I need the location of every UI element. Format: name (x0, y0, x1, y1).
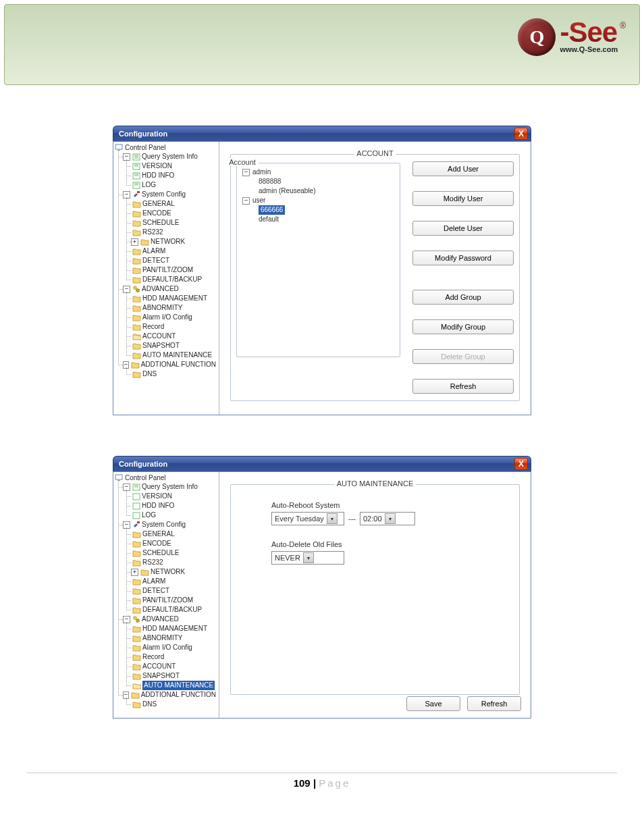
acct-user-888888[interactable]: 888888 (259, 177, 281, 186)
node-ptz[interactable]: PAN/TILT/ZOOM (142, 596, 193, 605)
node-hdd-info[interactable]: HDD INFO (142, 171, 174, 180)
node-general[interactable]: GENERAL (142, 199, 175, 209)
node-general[interactable]: GENERAL (142, 529, 175, 539)
close-icon[interactable]: X (514, 458, 528, 470)
chevron-down-icon: ▾ (303, 552, 314, 563)
folder-icon (132, 229, 141, 236)
label-auto-reboot: Auto-Reboot System (271, 501, 340, 509)
expander-plus-icon[interactable]: + (131, 238, 138, 246)
delete-user-button[interactable]: Delete User (412, 221, 514, 236)
node-alarm-io[interactable]: Alarm I/O Config (142, 313, 192, 322)
node-hdd-management[interactable]: HDD MANAGEMENT (142, 294, 207, 303)
folder-icon (132, 531, 141, 538)
acct-group-admin[interactable]: admin (252, 167, 271, 177)
node-alarm-io[interactable]: Alarm I/O Config (142, 643, 192, 652)
node-rs232[interactable]: RS232 (142, 558, 163, 567)
node-snapshot[interactable]: SNAPSHOT (142, 671, 180, 681)
folder-icon (140, 569, 149, 576)
acct-user-666666[interactable]: 666666 (259, 205, 285, 215)
dropdown-reboot-day[interactable]: Every Tuesday▾ (271, 512, 344, 525)
dropdown-reboot-time[interactable]: 02:00▾ (360, 512, 415, 525)
add-user-button[interactable]: Add User (412, 161, 514, 176)
nav-tree: Control Panel −Query System Info VERSION… (113, 472, 219, 718)
expander-plus-icon[interactable]: + (131, 569, 138, 576)
node-log[interactable]: LOG (142, 180, 156, 190)
node-system-config[interactable]: System Config (142, 190, 186, 199)
folder-icon (132, 295, 141, 303)
expander-minus-icon[interactable]: − (242, 197, 250, 205)
node-auto-maintenance[interactable]: AUTO MAINTENANCE (142, 681, 215, 690)
logo-see: See (568, 16, 617, 48)
node-record[interactable]: Record (142, 322, 164, 332)
node-abnormity[interactable]: ABNORMITY (142, 633, 182, 643)
node-system-config[interactable]: System Config (142, 520, 186, 529)
modify-user-button[interactable]: Modify User (412, 191, 514, 206)
node-account[interactable]: ACCOUNT (142, 662, 176, 671)
node-account[interactable]: ACCOUNT (142, 332, 176, 341)
node-rs232[interactable]: RS232 (142, 228, 163, 237)
node-advanced[interactable]: ADVANCED (142, 284, 179, 294)
save-button[interactable]: Save (406, 696, 460, 711)
chevron-down-icon: ▾ (385, 513, 396, 524)
refresh-button[interactable]: Refresh (467, 696, 521, 711)
node-network[interactable]: NETWORK (151, 237, 185, 246)
node-version[interactable]: VERSION (142, 161, 172, 171)
svg-rect-26 (137, 521, 140, 523)
folder-icon (131, 361, 140, 369)
node-snapshot[interactable]: SNAPSHOT (142, 341, 180, 350)
node-dns[interactable]: DNS (142, 369, 157, 379)
node-query-system-info[interactable]: Query System Info (142, 152, 198, 161)
node-additional-function[interactable]: ADDTIONAL FUNCTION (141, 360, 216, 369)
control-panel-node[interactable]: Control Panel (125, 144, 166, 151)
node-schedule[interactable]: SCHEDULE (142, 218, 179, 228)
folder-icon (132, 342, 141, 350)
node-detect[interactable]: DETECT (142, 586, 169, 596)
node-version[interactable]: VERSION (142, 492, 172, 501)
refresh-button[interactable]: Refresh (412, 379, 514, 394)
folder-icon (132, 323, 141, 331)
node-hdd-management[interactable]: HDD MANAGEMENT (142, 624, 207, 633)
node-record[interactable]: Record (142, 652, 164, 662)
folder-icon (132, 588, 141, 595)
expander-minus-icon[interactable]: − (242, 169, 250, 176)
node-dns[interactable]: DNS (142, 700, 157, 709)
node-alarm[interactable]: ALARM (142, 577, 165, 586)
notes-icon (132, 493, 140, 500)
folder-icon (132, 201, 141, 208)
dropdown-auto-delete[interactable]: NEVER▾ (271, 551, 344, 565)
node-encode[interactable]: ENCODE (142, 209, 171, 218)
node-log[interactable]: LOG (142, 511, 156, 520)
acct-user-admin[interactable]: admin (Reuseable) (259, 186, 316, 196)
node-alarm[interactable]: ALARM (142, 246, 165, 256)
node-network[interactable]: NETWORK (151, 567, 185, 577)
node-default-backup[interactable]: DEFAULT/BACKUP (142, 605, 202, 615)
node-additional-function[interactable]: ADDTIONAL FUNCTION (141, 690, 216, 700)
monitor-icon (115, 144, 123, 151)
modify-password-button[interactable]: Modify Password (412, 251, 514, 265)
screenshot-account: Configuration X Control Panel − (113, 126, 531, 415)
svg-point-28 (136, 619, 140, 623)
folder-icon (132, 654, 141, 661)
node-abnormity[interactable]: ABNORMITY (142, 303, 182, 313)
node-detect[interactable]: DETECT (142, 256, 169, 265)
window-title: Configuration (119, 460, 167, 468)
folder-icon (132, 305, 141, 312)
node-default-backup[interactable]: DEFAULT/BACKUP (142, 275, 202, 284)
acct-group-user[interactable]: user (252, 196, 265, 205)
node-query-system-info[interactable]: Query System Info (142, 482, 198, 492)
add-group-button[interactable]: Add Group (412, 290, 514, 305)
node-schedule[interactable]: SCHEDULE (142, 548, 179, 558)
account-user-tree[interactable]: −admin 888888 admin (Reuseable) −user 66… (242, 167, 394, 350)
delete-group-button[interactable]: Delete Group (412, 349, 514, 364)
node-ptz[interactable]: PAN/TILT/ZOOM (142, 265, 193, 275)
folder-icon (132, 276, 141, 284)
node-advanced[interactable]: ADVANCED (142, 615, 179, 624)
modify-group-button[interactable]: Modify Group (412, 319, 514, 334)
node-hdd-info[interactable]: HDD INFO (142, 501, 174, 511)
close-icon[interactable]: X (514, 128, 528, 140)
acct-user-default[interactable]: default (259, 215, 279, 224)
node-auto-maintenance[interactable]: AUTO MAINTENANCE (142, 350, 212, 360)
node-encode[interactable]: ENCODE (142, 539, 171, 548)
control-panel-node[interactable]: Control Panel (125, 474, 166, 481)
content-auto-maintenance: AUTO MAINTENANCE Auto-Reboot System Ever… (219, 472, 531, 718)
